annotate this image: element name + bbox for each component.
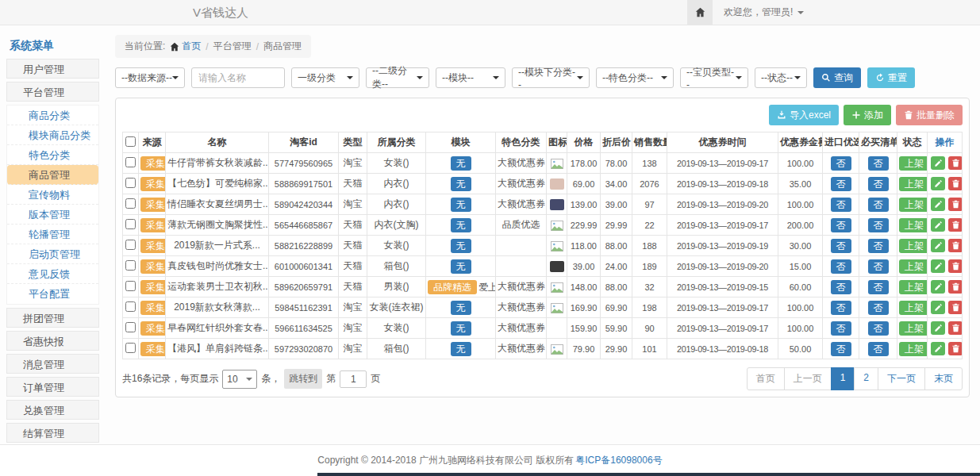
pager-button-5[interactable]: 末页	[924, 367, 963, 390]
module-badge[interactable]: 无	[451, 342, 471, 356]
icp-link[interactable]: 粤ICP备16098006号	[575, 454, 662, 467]
sidebar-subitem-9[interactable]: 平台配置	[7, 284, 98, 304]
status-toggle[interactable]: 上架	[899, 177, 928, 191]
home-button[interactable]	[687, 0, 713, 25]
status-toggle[interactable]: 上架	[899, 239, 928, 253]
module-badge[interactable]: 无	[451, 259, 471, 274]
status-toggle[interactable]: 上架	[899, 259, 928, 274]
status-toggle[interactable]: 上架	[899, 156, 928, 171]
jump-button[interactable]: 跳转到	[284, 369, 322, 389]
edit-button[interactable]	[931, 280, 945, 294]
sidebar-item-bottom-0[interactable]: 拼团管理	[6, 308, 99, 328]
reset-button[interactable]: 重置	[867, 67, 915, 88]
status-toggle[interactable]: 上架	[899, 218, 928, 232]
sidebar-item-bottom-4[interactable]: 兑换管理	[6, 400, 99, 420]
sidebar-subitem-0[interactable]: 商品分类	[7, 106, 98, 125]
sidebar-subitem-7[interactable]: 启动页管理	[7, 244, 98, 264]
module-badge[interactable]: 无	[451, 239, 471, 253]
jump-page-input[interactable]	[340, 370, 367, 388]
row-checkbox[interactable]	[125, 322, 136, 332]
sidebar-subitem-2[interactable]: 特色分类	[7, 145, 98, 165]
edit-button[interactable]	[931, 321, 945, 335]
pager-button-2[interactable]: 1	[831, 367, 855, 390]
import-select-toggle[interactable]: 否	[831, 259, 851, 274]
chevron-down-icon[interactable]	[797, 11, 804, 14]
must-buy-toggle[interactable]: 否	[868, 198, 889, 212]
sidebar-subitem-6[interactable]: 轮播管理	[7, 225, 98, 244]
status-toggle[interactable]: 上架	[899, 301, 928, 315]
filter-select-3[interactable]: --二级分类--	[366, 67, 429, 88]
import-select-toggle[interactable]: 否	[831, 177, 851, 191]
name-search-input[interactable]	[191, 67, 285, 88]
sidebar-item-bottom-5[interactable]: 结算管理	[6, 423, 99, 443]
module-badge[interactable]: 无	[451, 177, 471, 191]
sidebar-subitem-3[interactable]: 商品管理	[7, 165, 98, 185]
sidebar-item-bottom-1[interactable]: 省惠快报	[6, 331, 99, 351]
module-badge[interactable]: 无	[451, 301, 471, 315]
sidebar-subitem-4[interactable]: 宣传物料	[7, 185, 98, 205]
must-buy-toggle[interactable]: 否	[868, 321, 889, 336]
must-buy-toggle[interactable]: 否	[868, 259, 889, 274]
sidebar-subitem-1[interactable]: 模块商品分类	[7, 125, 98, 145]
filter-select-6[interactable]: --特色分类--	[596, 67, 674, 88]
breadcrumb-home-link[interactable]: 首页	[170, 40, 201, 53]
pager-button-3[interactable]: 2	[854, 367, 878, 390]
import-excel-button[interactable]: 导入excel	[769, 105, 839, 125]
edit-button[interactable]	[931, 239, 945, 252]
row-checkbox[interactable]	[125, 260, 136, 271]
edit-button[interactable]	[931, 156, 945, 170]
sidebar-item-bottom-3[interactable]: 订单管理	[6, 377, 99, 397]
edit-button[interactable]	[931, 177, 945, 190]
per-page-select[interactable]: 10	[222, 370, 257, 389]
must-buy-toggle[interactable]: 否	[868, 218, 889, 232]
filter-select-2[interactable]: 一级分类	[291, 67, 359, 88]
add-button[interactable]: 添加	[844, 105, 891, 125]
sidebar-subitem-8[interactable]: 意见反馈	[7, 264, 98, 284]
import-select-toggle[interactable]: 否	[831, 342, 851, 356]
must-buy-toggle[interactable]: 否	[868, 156, 889, 171]
module-badge[interactable]: 无	[451, 321, 471, 336]
status-toggle[interactable]: 上架	[899, 342, 928, 356]
status-toggle[interactable]: 上架	[899, 280, 928, 294]
must-buy-toggle[interactable]: 否	[868, 280, 889, 294]
import-select-toggle[interactable]: 否	[831, 156, 851, 171]
row-checkbox[interactable]	[125, 281, 136, 291]
row-checkbox[interactable]	[125, 301, 136, 312]
row-checkbox[interactable]	[125, 240, 136, 250]
must-buy-toggle[interactable]: 否	[868, 177, 889, 191]
import-select-toggle[interactable]: 否	[831, 239, 851, 253]
module-badge[interactable]: 无	[451, 198, 471, 212]
filter-select-0[interactable]: --数据来源--	[115, 67, 185, 88]
delete-button[interactable]	[948, 342, 963, 355]
sidebar-subitem-5[interactable]: 版本管理	[7, 205, 98, 225]
status-toggle[interactable]: 上架	[899, 321, 928, 336]
row-checkbox[interactable]	[125, 198, 136, 209]
import-select-toggle[interactable]: 否	[831, 321, 851, 336]
import-select-toggle[interactable]: 否	[831, 198, 851, 212]
import-select-toggle[interactable]: 否	[831, 301, 851, 315]
filter-select-8[interactable]: --状态--	[755, 67, 807, 88]
edit-button[interactable]	[931, 198, 945, 211]
must-buy-toggle[interactable]: 否	[868, 301, 889, 315]
module-badge[interactable]: 品牌精选	[428, 280, 477, 294]
edit-button[interactable]	[931, 259, 945, 273]
filter-select-5[interactable]: --模块下分类--	[512, 67, 590, 88]
batch-delete-button[interactable]: 批量删除	[896, 105, 963, 125]
edit-button[interactable]	[931, 301, 945, 314]
status-toggle[interactable]: 上架	[899, 198, 928, 212]
delete-button[interactable]	[948, 218, 963, 232]
row-checkbox[interactable]	[125, 219, 136, 229]
module-badge[interactable]: 无	[451, 156, 471, 171]
filter-select-4[interactable]: --模块--	[436, 67, 505, 88]
delete-button[interactable]	[948, 301, 963, 314]
delete-button[interactable]	[948, 239, 963, 252]
must-buy-toggle[interactable]: 否	[868, 342, 889, 356]
edit-button[interactable]	[931, 342, 945, 355]
delete-button[interactable]	[948, 177, 963, 190]
delete-button[interactable]	[948, 198, 963, 211]
delete-button[interactable]	[948, 259, 963, 273]
select-all-checkbox[interactable]	[125, 136, 136, 147]
sidebar-item-users[interactable]: 用户管理	[6, 59, 99, 79]
delete-button[interactable]	[948, 321, 963, 335]
delete-button[interactable]	[948, 280, 963, 294]
